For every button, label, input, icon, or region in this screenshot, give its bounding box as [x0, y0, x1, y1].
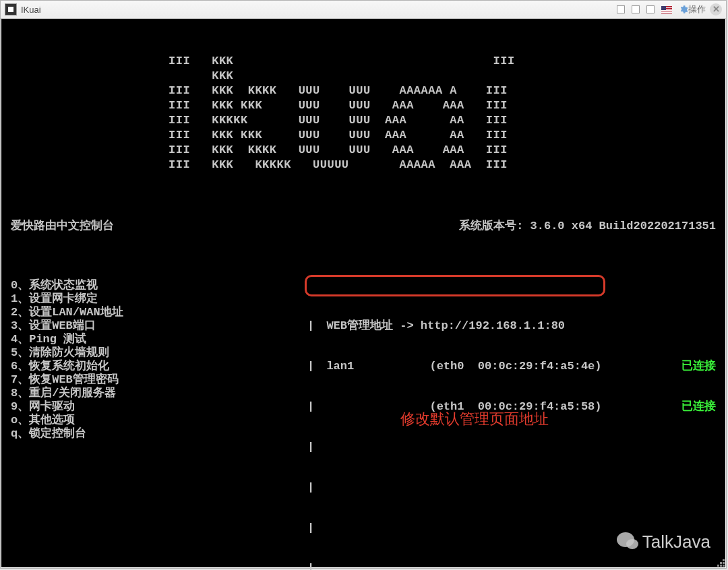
- console-title: 爱快路由中文控制台: [11, 220, 114, 233]
- close-icon: ✕: [710, 3, 722, 15]
- app-icon: [5, 3, 17, 15]
- menu-item-7[interactable]: 7、恢复WEB管理密码: [11, 373, 307, 387]
- web-admin-line: | WEB管理地址 -> http://192.168.1.1:80: [307, 319, 716, 333]
- terminal[interactable]: III KKK III KKK III KKK KKKK UUU UUU AAA…: [1, 19, 725, 567]
- menu-item-o[interactable]: o、其他选项: [11, 414, 307, 427]
- resize-grip[interactable]: [715, 557, 725, 567]
- watermark-text: TalkJava: [642, 535, 710, 548]
- window-layout-icon-3[interactable]: [646, 5, 657, 13]
- menu-item-9[interactable]: 9、网卡驱动: [11, 400, 307, 414]
- flag-icon[interactable]: [661, 6, 675, 13]
- window-layout-icon-2[interactable]: [632, 5, 642, 13]
- menu-item-1[interactable]: 1、设置网卡绑定: [11, 292, 307, 306]
- menu-item-q[interactable]: q、锁定控制台: [11, 427, 307, 441]
- watermark: TalkJava: [617, 532, 710, 551]
- gear-icon: [679, 5, 688, 14]
- ascii-banner: III KKK III KKK III KKK KKKK UUU UUU AAA…: [11, 54, 716, 172]
- close-button[interactable]: ✕: [710, 3, 722, 15]
- menu-list: 0、系统状态监视1、设置网卡绑定2、设置LAN/WAN地址3、设置WEB端口4、…: [11, 279, 307, 570]
- version-line: 系统版本号: 3.6.0 x64 Build202202171351: [459, 220, 716, 233]
- wechat-icon: [617, 532, 638, 551]
- menu-item-2[interactable]: 2、设置LAN/WAN地址: [11, 306, 307, 319]
- titlebar: IKuai 操作 ✕: [1, 1, 726, 19]
- nic-status-1: 已连接: [681, 400, 716, 414]
- menu-item-0[interactable]: 0、系统状态监视: [11, 279, 307, 292]
- settings-label: 操作: [688, 3, 706, 15]
- web-url: http://192.168.1.1:80: [421, 319, 565, 332]
- app-title: IKuai: [21, 5, 41, 15]
- menu-item-5[interactable]: 5、清除防火墙规则: [11, 346, 307, 360]
- menu-item-3[interactable]: 3、设置WEB端口: [11, 319, 307, 333]
- menu-item-8[interactable]: 8、重启/关闭服务器: [11, 387, 307, 400]
- settings-button[interactable]: 操作: [679, 3, 706, 15]
- menu-item-4[interactable]: 4、Ping 测试: [11, 333, 307, 346]
- menu-item-6[interactable]: 6、恢复系统初始化: [11, 360, 307, 373]
- window-layout-icon[interactable]: [617, 5, 628, 13]
- nic-line-0: | lan1 (eth0 00:0c:29:f4:a5:4e)已连接: [307, 360, 716, 373]
- vm-window: IKuai 操作 ✕ III KKK III KKK III KKK KKKK …: [0, 0, 727, 569]
- annotation-text: 修改默认管理页面地址: [400, 412, 549, 426]
- highlight-box: [305, 275, 605, 296]
- nic-status-0: 已连接: [681, 360, 716, 373]
